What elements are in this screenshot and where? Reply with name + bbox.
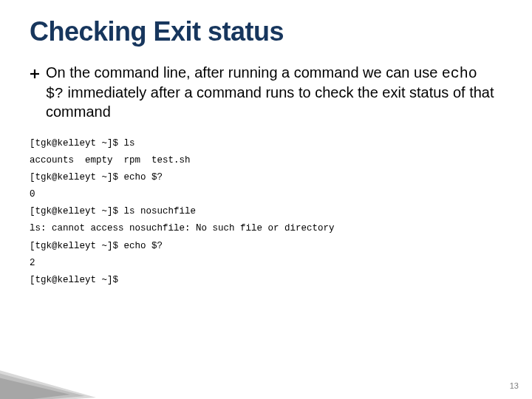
svg-marker-4 (0, 371, 70, 399)
code-line: 0 (30, 186, 502, 203)
code-line: [tgk@kelleyt ~]$ (30, 272, 502, 289)
bullet-post: immediately after a command runs to chec… (46, 84, 494, 120)
bullet-pre: On the command line, after running a com… (46, 64, 442, 81)
code-line: accounts empty rpm test.sh (30, 152, 502, 169)
bullet-item: On the command line, after running a com… (30, 64, 502, 122)
svg-marker-3 (0, 366, 85, 399)
bullet-glyph-icon (30, 64, 40, 81)
code-line: 2 (30, 255, 502, 272)
corner-decoration-icon (0, 362, 118, 399)
code-line: [tgk@kelleyt ~]$ ls nosuchfile (30, 203, 502, 220)
terminal-output: [tgk@kelleyt ~]$ lsaccounts empty rpm te… (30, 135, 502, 289)
svg-marker-2 (0, 362, 96, 399)
page-number: 13 (510, 381, 519, 390)
code-line: [tgk@kelleyt ~]$ echo $? (30, 238, 502, 255)
slide-content: Checking Exit status On the command line… (0, 0, 532, 289)
bullet-text: On the command line, after running a com… (46, 64, 502, 122)
code-line: ls: cannot access nosuchfile: No such fi… (30, 220, 502, 237)
page-title: Checking Exit status (30, 16, 502, 47)
code-line: [tgk@kelleyt ~]$ ls (30, 135, 502, 152)
code-line: [tgk@kelleyt ~]$ echo $? (30, 169, 502, 186)
